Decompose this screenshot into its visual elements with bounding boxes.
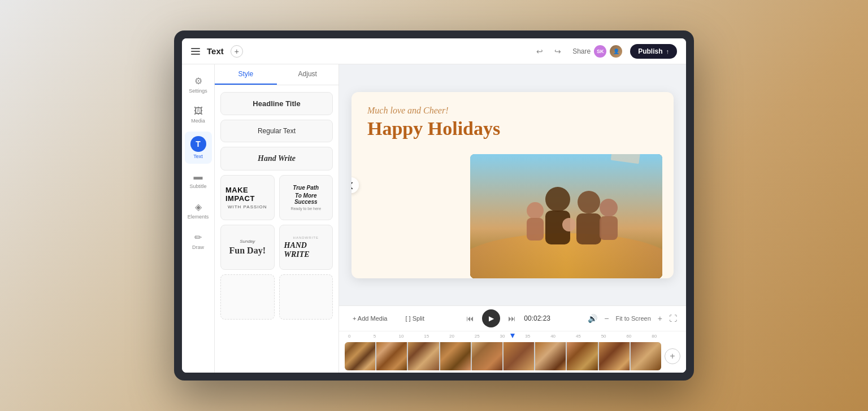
sidebar-item-draw[interactable]: ✏ Draw bbox=[185, 228, 212, 255]
skip-forward-button[interactable]: ⏭ bbox=[508, 314, 516, 323]
sidebar-label-elements: Elements bbox=[188, 214, 209, 220]
svg-rect-7 bbox=[527, 218, 544, 241]
ruler-20: 20 bbox=[449, 334, 475, 339]
zoom-minus[interactable]: − bbox=[604, 314, 609, 323]
svg-point-6 bbox=[527, 202, 544, 219]
top-bar-right: ↩ ↪ Share SK 👤 Publish ↑ bbox=[533, 44, 677, 59]
settings-icon: ⚙ bbox=[194, 76, 202, 86]
controls-row: + Add Media [ ] Split ⏮ ▶ ⏭ 00:02:23 bbox=[339, 306, 686, 331]
sidebar-item-media[interactable]: 🖼 Media bbox=[185, 102, 212, 128]
truepath-subtitle: To More Success bbox=[284, 193, 328, 205]
upload-icon: ↑ bbox=[666, 48, 670, 55]
empty-card-row bbox=[220, 274, 333, 320]
impact-subtitle: With Passion bbox=[228, 204, 267, 209]
headline-title-button[interactable]: Headline Title bbox=[220, 92, 333, 115]
undo-redo-group: ↩ ↪ bbox=[533, 45, 565, 58]
top-bar: Text + ↩ ↪ Share SK 👤 Publish ↑ bbox=[182, 38, 686, 64]
ruler-50: 50 bbox=[601, 334, 627, 339]
top-bar-left: Text + bbox=[191, 45, 243, 58]
sidebar-item-subtitle[interactable]: ▬ Subtitle bbox=[185, 167, 212, 194]
panel-tabs: Style Adjust bbox=[215, 64, 338, 85]
sidebar-item-settings[interactable]: ⚙ Settings bbox=[185, 71, 212, 98]
handwrite-button[interactable]: Hand Write bbox=[220, 147, 333, 170]
play-button[interactable]: ▶ bbox=[482, 309, 500, 327]
canvas-photo bbox=[470, 154, 662, 278]
style-card-handwrite[interactable]: HandWrite HAND WRITE bbox=[279, 225, 333, 270]
share-label: Share bbox=[572, 47, 591, 55]
handwrite-brand: HandWrite bbox=[293, 236, 319, 239]
tab-adjust[interactable]: Adjust bbox=[277, 64, 339, 85]
add-button[interactable]: + bbox=[231, 45, 243, 58]
elements-icon: ◈ bbox=[195, 202, 202, 212]
volume-icon[interactable]: 🔊 bbox=[588, 314, 597, 323]
controls-left: + Add Media [ ] Split bbox=[348, 313, 429, 324]
main-content: ⚙ Settings 🖼 Media T Text ▬ Subtitle ◈ bbox=[182, 64, 686, 373]
regular-text-button[interactable]: Regular Text bbox=[220, 120, 333, 142]
sidebar-item-elements[interactable]: ◈ Elements bbox=[185, 197, 212, 224]
timeline-bar: + Add Media [ ] Split ⏮ ▶ ⏭ 00:02:23 bbox=[339, 305, 686, 373]
publish-button[interactable]: Publish ↑ bbox=[630, 44, 677, 59]
empty-card-2 bbox=[279, 274, 333, 320]
collaborator-avatar-sk: SK bbox=[594, 45, 606, 58]
ruler-row: 0 5 10 15 20 25 30 35 40 45 50 60 bbox=[339, 331, 686, 340]
fullscreen-button[interactable]: ⛶ bbox=[669, 314, 677, 323]
ruler-45: 45 bbox=[576, 334, 601, 339]
family-image bbox=[470, 154, 662, 278]
add-media-button[interactable]: + Add Media bbox=[348, 313, 392, 324]
text-panel: Style Adjust Headline Title Regular Text… bbox=[215, 64, 339, 373]
time-seconds: 23 bbox=[543, 314, 550, 322]
ruler-60: 60 bbox=[626, 334, 652, 339]
ruler-0: 0 bbox=[348, 334, 374, 339]
filmstrip[interactable] bbox=[345, 342, 661, 370]
tab-style[interactable]: Style bbox=[215, 64, 277, 85]
panel-content: Headline Title Regular Text Hand Write M… bbox=[215, 85, 338, 373]
laptop-shell: Text + ↩ ↪ Share SK 👤 Publish ↑ bbox=[174, 30, 694, 381]
sidebar-label-media: Media bbox=[191, 118, 205, 124]
canvas-viewport: Much love and Cheer! Happy Holidays bbox=[339, 64, 686, 305]
svg-point-2 bbox=[545, 187, 570, 212]
handwrite-title: HAND WRITE bbox=[284, 241, 328, 259]
canvas-subtitle: Much love and Cheer! bbox=[367, 106, 658, 116]
sidebar: ⚙ Settings 🖼 Media T Text ▬ Subtitle ◈ bbox=[182, 64, 215, 373]
menu-icon[interactable] bbox=[191, 48, 200, 55]
skip-back-button[interactable]: ⏮ bbox=[466, 314, 474, 323]
redo-button[interactable]: ↪ bbox=[551, 45, 565, 58]
style-card-impact[interactable]: MAKE IMPACT With Passion bbox=[220, 175, 275, 220]
time-current: 00:02 bbox=[524, 314, 541, 322]
filmstrip-add-button[interactable]: + bbox=[665, 348, 680, 364]
svg-point-10 bbox=[562, 218, 576, 231]
share-area: Share SK 👤 bbox=[572, 45, 622, 58]
ruler-25: 25 bbox=[475, 334, 500, 339]
sidebar-item-text[interactable]: T Text bbox=[185, 132, 212, 164]
undo-button[interactable]: ↩ bbox=[533, 45, 546, 58]
split-button[interactable]: [ ] Split bbox=[401, 313, 429, 324]
style-card-truepath[interactable]: True Path To More Success Ready to be he… bbox=[279, 175, 333, 220]
ruler-marks: 0 5 10 15 20 25 30 35 40 45 50 60 bbox=[348, 334, 677, 339]
fit-screen-button[interactable]: Fit to Screen bbox=[615, 315, 650, 322]
ruler-10: 10 bbox=[399, 334, 424, 339]
truepath-sub2: Ready to be here bbox=[290, 207, 321, 211]
sidebar-label-draw: Draw bbox=[192, 244, 204, 250]
left-arrow-button[interactable]: ❮ bbox=[351, 177, 359, 193]
media-icon: 🖼 bbox=[194, 106, 203, 116]
ruler-80: 80 bbox=[652, 334, 677, 339]
style-card-grid: MAKE IMPACT With Passion True Path To Mo… bbox=[220, 175, 333, 270]
svg-point-4 bbox=[578, 191, 600, 213]
funday-title: Fun Day! bbox=[229, 246, 266, 256]
zoom-plus[interactable]: + bbox=[658, 314, 662, 323]
svg-rect-9 bbox=[600, 216, 618, 240]
page-title: Text bbox=[207, 46, 224, 56]
draw-icon: ✏ bbox=[194, 232, 202, 243]
filmstrip-row: + bbox=[339, 340, 686, 373]
truepath-title: True Path bbox=[293, 185, 319, 191]
canvas-card[interactable]: Much love and Cheer! Happy Holidays bbox=[351, 92, 674, 278]
text-icon: T bbox=[190, 136, 206, 152]
style-card-funday[interactable]: Sunday Fun Day! bbox=[220, 225, 275, 270]
time-display: 00:02:23 bbox=[524, 314, 550, 322]
svg-rect-5 bbox=[576, 213, 601, 244]
ruler-15: 15 bbox=[424, 334, 449, 339]
canvas-area: Much love and Cheer! Happy Holidays bbox=[339, 64, 686, 373]
ruler-40: 40 bbox=[550, 334, 576, 339]
sidebar-label-settings: Settings bbox=[189, 88, 207, 94]
funday-label: Sunday bbox=[240, 239, 255, 244]
